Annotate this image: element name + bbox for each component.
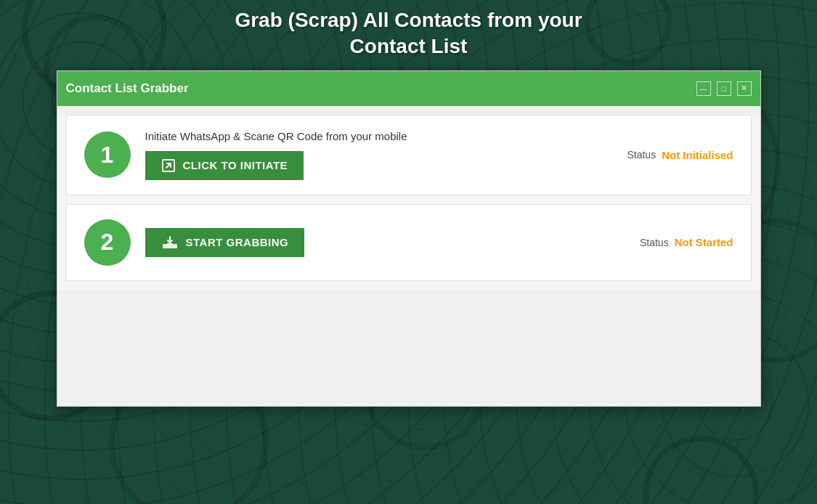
click-to-initiate-button[interactable]: CLICK TO INITIATE (145, 151, 304, 180)
initiate-button-label: CLICK TO INITIATE (183, 159, 288, 171)
step-2-number: 2 (84, 219, 131, 266)
window-title: Contact List Grabber (66, 81, 189, 96)
window-titlebar: Contact List Grabber — □ ✕ (57, 71, 760, 106)
minimize-button[interactable]: — (696, 81, 711, 96)
application-window: Contact List Grabber — □ ✕ 1 Initiate Wh… (57, 70, 761, 407)
step-1-content: Initiate WhatsApp & Scane QR Code from y… (145, 130, 613, 180)
step-2-status-label: Status (640, 237, 669, 248)
svg-rect-2 (167, 243, 173, 245)
grabbing-button-label: START GRABBING (186, 236, 289, 248)
page-title: Grab (Scrap) All Contacts from your Cont… (235, 7, 582, 60)
step-1-number: 1 (84, 131, 131, 178)
window-footer (57, 290, 760, 406)
step-1-status-label: Status (627, 149, 656, 160)
step-2-status-value: Not Started (675, 236, 733, 248)
step-1-status-value: Not Initialised (662, 149, 733, 161)
start-grabbing-button[interactable]: START GRABBING (145, 228, 305, 257)
step-2-status: Status Not Started (640, 236, 733, 248)
window-body: 1 Initiate WhatsApp & Scane QR Code from… (57, 115, 760, 406)
initiate-icon (161, 158, 176, 173)
window-controls: — □ ✕ (696, 81, 752, 96)
grabbing-icon (161, 235, 179, 250)
maximize-button[interactable]: □ (717, 81, 731, 96)
step-1-card: 1 Initiate WhatsApp & Scane QR Code from… (66, 115, 752, 195)
content-wrapper: Grab (Scrap) All Contacts from your Cont… (0, 0, 817, 407)
step-1-instruction: Initiate WhatsApp & Scane QR Code from y… (145, 130, 613, 142)
close-button[interactable]: ✕ (737, 81, 752, 96)
step-2-content: START GRABBING (145, 228, 625, 257)
step-1-status: Status Not Initialised (627, 149, 733, 161)
step-2-card: 2 START GRABBING (66, 204, 752, 281)
